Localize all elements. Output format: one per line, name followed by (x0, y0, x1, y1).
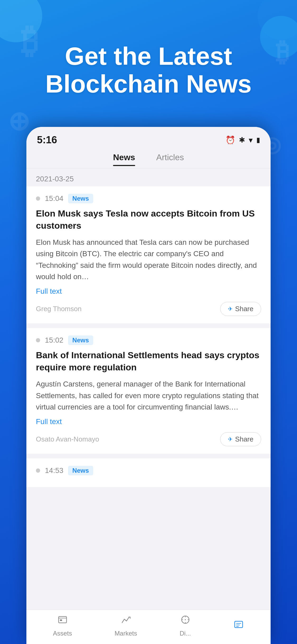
news-fulltext-2[interactable]: Full text (36, 417, 261, 426)
share-button-1[interactable]: ✈ Share (220, 302, 261, 316)
bluetooth-icon: ✱ (239, 136, 245, 144)
nav-item-markets[interactable]: Markets (115, 614, 137, 637)
news-content: 2021-03-25 15:04 News Elon Musk says Tes… (26, 168, 271, 633)
tab-bar: News Articles (26, 148, 271, 168)
news-footer-2: Osato Avan-Nomayo ✈ Share (36, 432, 261, 446)
svg-rect-0 (59, 617, 67, 623)
phone-mockup: 5:16 ⏰ ✱ ▾ ▮ News Articles 2021-03-25 15… (26, 127, 271, 644)
nav-label-markets: Markets (115, 630, 137, 637)
share-icon-1: ✈ (228, 306, 233, 312)
bg-crypto-icon-1: ⊕ (8, 106, 30, 137)
news-footer-1: Greg Thomson ✈ Share (36, 302, 261, 316)
news-fulltext-1[interactable]: Full text (36, 287, 261, 296)
news-dot-3 (36, 468, 40, 473)
tab-news[interactable]: News (113, 153, 135, 166)
markets-icon (121, 614, 131, 628)
news-title-2: Bank of International Settlements head s… (36, 349, 261, 374)
news-meta-2: 15:02 News (36, 335, 261, 345)
date-header: 2021-03-25 (26, 168, 271, 186)
hero-title: Get the Latest Blockchain News (21, 42, 276, 98)
news-author-2: Osato Avan-Nomayo (36, 435, 99, 443)
news-body-2: Agustín Carstens, general manager of the… (36, 378, 261, 413)
news-item-3: 14:53 News (26, 458, 271, 487)
discover-icon (180, 614, 191, 628)
status-icons: ⏰ ✱ ▾ ▮ (225, 135, 260, 145)
nav-label-assets: Assets (53, 630, 72, 637)
news-badge-1: News (68, 194, 93, 203)
news-meta-1: 15:04 News (36, 194, 261, 203)
share-icon-2: ✈ (228, 436, 233, 443)
news-dot-1 (36, 196, 40, 201)
status-bar: 5:16 ⏰ ✱ ▾ ▮ (26, 127, 271, 148)
status-time: 5:16 (37, 134, 57, 146)
nav-item-news[interactable] (233, 619, 244, 632)
svg-point-3 (185, 619, 186, 620)
tab-articles[interactable]: Articles (156, 153, 184, 166)
news-dot-2 (36, 338, 40, 342)
hero-section: Get the Latest Blockchain News (0, 42, 297, 98)
bottom-nav: Assets Markets D (26, 610, 271, 644)
assets-icon (57, 614, 68, 628)
nav-item-assets[interactable]: Assets (53, 614, 72, 637)
news-author-1: Greg Thomson (36, 305, 82, 313)
nav-item-discover[interactable]: Di... (180, 614, 191, 637)
news-time-1: 15:04 (45, 194, 63, 203)
news-title-1: Elon Musk says Tesla now accepts Bitcoin… (36, 208, 261, 232)
news-nav-icon (233, 619, 244, 632)
news-badge-2: News (68, 335, 93, 345)
news-badge-3: News (68, 466, 93, 475)
wifi-icon: ▾ (249, 135, 253, 145)
news-body-1: Elon Musk has announced that Tesla cars … (36, 237, 261, 283)
nav-label-discover: Di... (180, 630, 191, 637)
news-time-2: 15:02 (45, 336, 63, 344)
alarm-icon: ⏰ (225, 135, 235, 145)
battery-icon: ▮ (256, 136, 260, 144)
news-item-1: 15:04 News Elon Musk says Tesla now acce… (26, 186, 271, 323)
news-meta-3: 14:53 News (36, 466, 261, 475)
svg-rect-1 (60, 619, 62, 621)
news-time-3: 14:53 (45, 466, 63, 475)
news-item-2: 15:02 News Bank of International Settlem… (26, 328, 271, 454)
share-button-2[interactable]: ✈ Share (220, 432, 261, 446)
